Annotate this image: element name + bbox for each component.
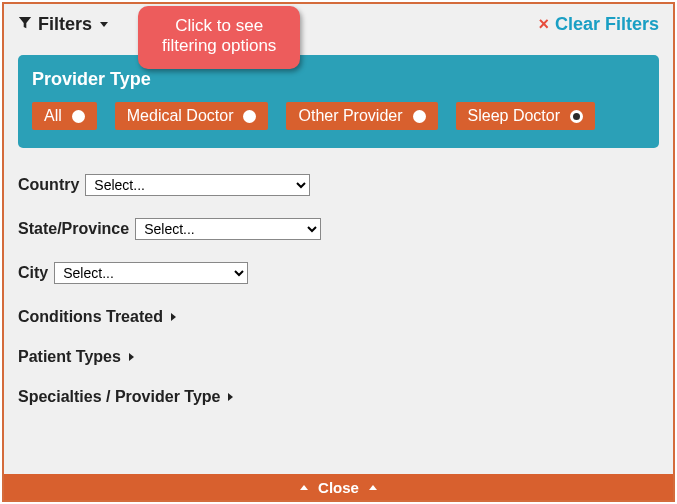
provider-type-title: Provider Type (32, 69, 645, 90)
filters-label: Filters (38, 14, 92, 35)
caret-up-icon (300, 485, 308, 490)
provider-type-section: Provider Type All Medical Doctor Other P… (18, 55, 659, 148)
radio-icon (413, 110, 426, 123)
conditions-label: Conditions Treated (18, 308, 163, 326)
specialties-label: Specialties / Provider Type (18, 388, 220, 406)
funnel-icon (18, 14, 32, 35)
specialties-expander[interactable]: Specialties / Provider Type (18, 388, 659, 406)
radio-icon-selected (570, 110, 583, 123)
conditions-treated-expander[interactable]: Conditions Treated (18, 308, 659, 326)
radio-icon (243, 110, 256, 123)
country-select[interactable]: Select... (85, 174, 310, 196)
option-label: All (44, 107, 62, 125)
city-label: City (18, 264, 48, 282)
city-row: City Select... (18, 262, 659, 284)
provider-type-option-medical-doctor[interactable]: Medical Doctor (115, 102, 269, 130)
option-label: Medical Doctor (127, 107, 234, 125)
state-label: State/Province (18, 220, 129, 238)
option-label: Other Provider (298, 107, 402, 125)
caret-down-icon (100, 22, 108, 27)
state-row: State/Province Select... (18, 218, 659, 240)
caret-right-icon (129, 353, 134, 361)
clear-filters-button[interactable]: × Clear Filters (538, 14, 659, 35)
patient-types-label: Patient Types (18, 348, 121, 366)
clear-filters-label: Clear Filters (555, 14, 659, 35)
option-label: Sleep Doctor (468, 107, 561, 125)
radio-icon (72, 110, 85, 123)
patient-types-expander[interactable]: Patient Types (18, 348, 659, 366)
caret-right-icon (228, 393, 233, 401)
provider-type-option-all[interactable]: All (32, 102, 97, 130)
close-label: Close (318, 479, 359, 496)
country-row: Country Select... (18, 174, 659, 196)
close-icon: × (538, 14, 549, 35)
close-bar-button[interactable]: Close (4, 474, 673, 500)
provider-type-option-other-provider[interactable]: Other Provider (286, 102, 437, 130)
caret-up-icon (369, 485, 377, 490)
provider-type-option-sleep-doctor[interactable]: Sleep Doctor (456, 102, 596, 130)
provider-type-options: All Medical Doctor Other Provider Sleep … (32, 102, 645, 130)
caret-right-icon (171, 313, 176, 321)
filters-dropdown-button[interactable]: Filters (18, 14, 108, 35)
state-select[interactable]: Select... (135, 218, 321, 240)
city-select[interactable]: Select... (54, 262, 248, 284)
country-label: Country (18, 176, 79, 194)
filter-panel: Filters × Clear Filters Click to see fil… (2, 2, 675, 502)
header-bar: Filters × Clear Filters (4, 4, 673, 45)
